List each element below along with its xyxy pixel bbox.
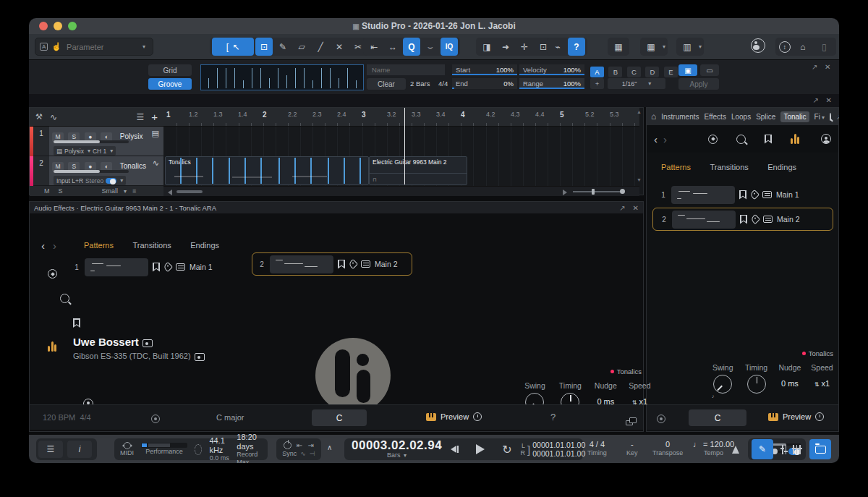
groove-name-field[interactable] (367, 64, 445, 75)
lane-polysix[interactable] (163, 127, 639, 156)
groove-param-start[interactable]: Start100% (452, 64, 517, 75)
groove-pattern-display[interactable] (200, 64, 364, 90)
track-row-polysix[interactable]: 1 M S ● ◐ Polysix ▤ ▤ Polysix▾ CH 1▾ (30, 127, 163, 156)
pattern-row-main2-selected[interactable]: 2 Main 2 (252, 252, 412, 276)
tab-tonalic[interactable]: Tonalic (780, 111, 809, 122)
tonalic-logo-icon[interactable] (48, 341, 56, 352)
expand-panel-icon[interactable]: ↗ (836, 113, 839, 121)
slot-add-button[interactable]: + (590, 78, 604, 89)
list-menu-icon[interactable]: ≡ (132, 187, 136, 195)
account-button[interactable] (751, 38, 765, 56)
plugin-chain-button[interactable]: ⌁ (549, 38, 566, 56)
groove-length-value[interactable]: 2 Bars (410, 80, 430, 88)
expand-panel-icon[interactable]: ↗ (812, 63, 817, 71)
preview-button[interactable]: Preview (426, 412, 482, 421)
marker-lanes-button[interactable] (782, 445, 786, 454)
tab-loops[interactable]: Loops (731, 113, 751, 121)
tab-endings[interactable]: Endings (767, 163, 796, 171)
bookmark-icon[interactable] (740, 215, 747, 224)
chord-button[interactable]: C (689, 409, 746, 426)
mixer-faders-button[interactable] (793, 445, 801, 454)
hamburger-menu-button[interactable]: ☰ (38, 441, 63, 458)
eraser-tool-button[interactable]: ▱ (293, 38, 310, 56)
search-icon[interactable] (830, 113, 831, 121)
tag-icon[interactable] (749, 190, 760, 200)
back-button[interactable]: ‹ (41, 239, 45, 252)
slot-e-button[interactable]: E (664, 67, 678, 77)
play-button[interactable] (476, 444, 485, 454)
pattern-thumbnail[interactable] (85, 258, 148, 276)
bookmark-icon[interactable] (153, 263, 160, 272)
forward-button[interactable]: › (53, 239, 56, 252)
slot-b-button[interactable]: B (608, 67, 622, 77)
tab-instruments[interactable]: Instruments (661, 113, 699, 121)
wrench-icon[interactable]: ⚒ (35, 112, 43, 122)
track-io-row[interactable]: Input L+R Stereo ▾ (54, 176, 126, 185)
pattern-row-main2-selected[interactable]: 2 Main 2 (652, 208, 833, 231)
chevron-down-icon[interactable]: ▾ (124, 188, 127, 195)
tempo-field[interactable]: ♩ = 120.00 Tempo (693, 440, 734, 456)
search-icon[interactable] (60, 294, 69, 303)
zoom-dot-handle[interactable] (620, 189, 625, 194)
pattern-row-main1[interactable]: 1 Main 1 (660, 183, 826, 206)
punch-in-icon[interactable]: ⇤ (297, 441, 302, 450)
zoom-slider-handle[interactable] (592, 189, 595, 195)
groove-name-input[interactable] (370, 65, 439, 75)
search-icon[interactable] (736, 135, 746, 144)
goal-target-icon[interactable] (657, 415, 665, 423)
tab-transitions[interactable]: Transitions (132, 241, 171, 250)
transpose-field[interactable]: 0Transpose (652, 440, 683, 456)
timing-knob[interactable] (747, 375, 766, 394)
parameter-searchbox[interactable]: A ☝ ▾ (35, 38, 153, 56)
pattern-thumbnail[interactable] (671, 186, 735, 204)
track-view-button[interactable]: ◨ (478, 38, 495, 56)
crosshair-button[interactable]: ✛ (516, 38, 533, 56)
groove-mode-button[interactable]: Groove (148, 78, 192, 90)
power-icon[interactable] (284, 441, 292, 449)
home-icon[interactable]: ⌂ (651, 111, 656, 122)
performance-meter[interactable]: Performance (141, 443, 187, 455)
fill-mode-button[interactable]: ▣ (678, 64, 697, 76)
track-size-dropdown[interactable]: Small (102, 187, 119, 195)
timeline-ruler[interactable]: 1 1.2 1.3 1.4 2 2.2 2.3 2.4 3 3.2 3.3 3.… (163, 108, 639, 127)
chevron-down-icon[interactable]: ▾ (142, 43, 145, 50)
account-icon[interactable] (821, 134, 831, 144)
scroll-left-icon[interactable] (168, 190, 172, 195)
tonalic-logo-icon[interactable] (791, 134, 799, 144)
tab-files[interactable]: Fi▾ (814, 113, 825, 121)
amp-icon[interactable] (762, 191, 772, 198)
marquee-tool-button[interactable]: ⊡ (255, 38, 273, 56)
back-button[interactable]: ‹ (654, 133, 658, 145)
key-field[interactable]: -Key (626, 440, 638, 456)
tab-patterns[interactable]: Patterns (84, 241, 114, 250)
position-readout[interactable]: 00003.02.02.94 Bars ▾ (352, 439, 442, 459)
page-button[interactable]: ▯ (815, 38, 833, 56)
bookmark-icon[interactable] (73, 318, 80, 328)
playhead[interactable] (404, 108, 405, 184)
tag-icon[interactable] (750, 214, 760, 224)
mute-tool-button[interactable]: ✕ (331, 38, 348, 56)
solo-all-label[interactable]: S (59, 187, 63, 195)
track-list-icon[interactable]: ☰ (136, 112, 144, 122)
collapse-chevron[interactable]: ∧ (327, 443, 332, 451)
grid-view-button[interactable]: ▦ (642, 38, 660, 56)
chevron-down-icon[interactable]: ▾ (699, 43, 702, 50)
pattern-thumbnail[interactable] (672, 211, 736, 229)
automation-icon[interactable]: ∿ (50, 112, 57, 122)
apply-button[interactable]: Apply (678, 78, 719, 90)
slot-c-button[interactable]: C (627, 67, 641, 77)
artist-photo-icon[interactable] (142, 339, 153, 347)
routing-icon[interactable] (626, 420, 633, 425)
scroll-thumb[interactable] (176, 190, 203, 193)
tab-splice[interactable]: Splice (756, 113, 775, 121)
amp-icon[interactable] (176, 263, 185, 271)
groove-meter-value[interactable]: 4/4 (438, 80, 448, 88)
stereo-toggle-icon[interactable] (106, 178, 116, 184)
loop-button[interactable]: ↻ (502, 443, 511, 456)
track-name[interactable]: Polysix (120, 132, 143, 140)
chevron-down-icon[interactable]: ▾ (404, 452, 407, 459)
timing-field[interactable]: 4 / 4Timing (587, 440, 607, 456)
timestretch-icon-button[interactable]: ↔ (384, 38, 401, 56)
pattern-row-main1[interactable]: 1 Main 1 (73, 255, 239, 279)
bookmark-icon[interactable] (739, 190, 746, 200)
